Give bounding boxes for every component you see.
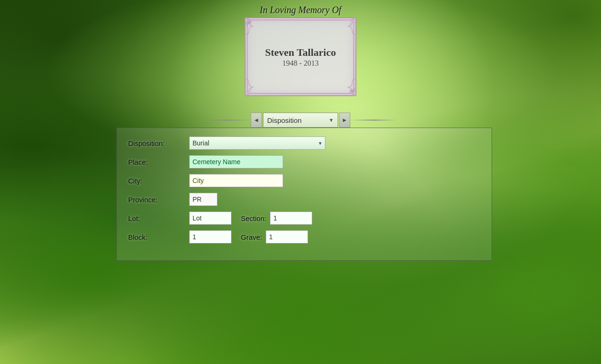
place-row: Place:: [128, 155, 480, 168]
disposition-label: Disposition:: [128, 139, 189, 147]
svg-point-10: [349, 89, 351, 91]
nav-dropdown-label: Disposition: [267, 116, 301, 124]
block-grave-row: Block: Grave:: [128, 230, 480, 243]
lot-section-row: Lot: Section:: [128, 212, 480, 225]
nav-prev-button[interactable]: ◄: [251, 113, 262, 128]
nav-bar: ◄ Disposition ▼ ►: [0, 113, 601, 128]
ornate-frame: Steven Tallarico 1948 - 2013: [247, 19, 354, 94]
frame-corner-bl: [244, 78, 263, 97]
svg-point-1: [250, 23, 252, 25]
svg-point-4: [349, 23, 351, 25]
place-input[interactable]: [189, 155, 283, 168]
city-row: City:: [128, 174, 480, 187]
section-label: Section:: [241, 214, 266, 222]
header-area: In Loving Memory Of: [0, 0, 601, 94]
nav-next-button[interactable]: ►: [339, 113, 350, 128]
block-label: Block:: [128, 233, 189, 241]
frame-corner-br: [338, 78, 357, 97]
nav-divider-left: [204, 120, 251, 121]
frame-corner-tl: [244, 17, 263, 36]
svg-point-2: [245, 19, 251, 23]
nav-dropdown[interactable]: Disposition ▼: [263, 113, 338, 128]
lot-label: Lot:: [128, 214, 189, 222]
svg-point-8: [245, 91, 251, 95]
person-years: 1948 - 2013: [265, 59, 336, 68]
person-name: Steven Tallarico: [265, 46, 336, 60]
block-input[interactable]: [189, 230, 231, 243]
city-label: City:: [128, 177, 189, 185]
disposition-select[interactable]: Burial Cremation Entombment Donation: [189, 136, 325, 150]
svg-point-5: [350, 19, 356, 23]
frame-corner-tr: [338, 17, 357, 36]
lot-input[interactable]: [189, 212, 231, 225]
subtitle: In Loving Memory Of: [260, 5, 341, 15]
disposition-select-wrapper[interactable]: Burial Cremation Entombment Donation: [189, 136, 325, 150]
form-panel: Disposition: Burial Cremation Entombment…: [116, 128, 492, 261]
svg-point-11: [350, 91, 356, 95]
province-input[interactable]: [189, 193, 217, 206]
province-row: Province:: [128, 193, 480, 206]
nav-divider-right: [350, 120, 397, 121]
disposition-row: Disposition: Burial Cremation Entombment…: [128, 136, 480, 150]
grave-label: Grave:: [241, 233, 262, 241]
svg-point-7: [250, 89, 252, 91]
grave-input[interactable]: [266, 230, 308, 243]
province-label: Province:: [128, 196, 189, 204]
nav-dropdown-arrow-icon: ▼: [329, 117, 334, 123]
city-input[interactable]: [189, 174, 283, 187]
nav-controls: ◄ Disposition ▼ ►: [251, 113, 350, 128]
frame-content: Steven Tallarico 1948 - 2013: [265, 46, 336, 68]
section-input[interactable]: [270, 212, 312, 225]
place-label: Place:: [128, 158, 189, 166]
